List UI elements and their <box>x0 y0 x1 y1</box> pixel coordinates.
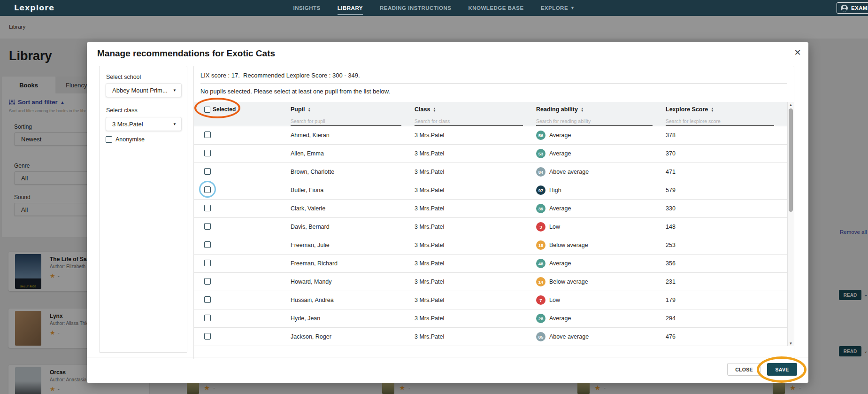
column-header-reading-ability[interactable]: Reading ability ▲▼ <box>536 106 666 113</box>
ability-cell: 85 Above average <box>536 332 666 341</box>
pupil-cell: Hyde, Jean <box>291 315 415 322</box>
school-select[interactable]: Abbey Mount Prim... ▼ <box>106 83 182 97</box>
lexplore-logo[interactable]: Lexplore <box>14 3 54 12</box>
lix-score-text: LIX score : 17. Recommended Lexplore Sco… <box>200 72 360 79</box>
account-button[interactable]: EXAMIN <box>837 2 868 14</box>
scroll-down-icon[interactable]: ▼ <box>788 340 794 346</box>
ability-label: Average <box>549 205 571 212</box>
sort-icon: ▲▼ <box>433 107 436 112</box>
row-checkbox[interactable] <box>204 296 211 303</box>
class-select[interactable]: 3 Mrs.Patel ▼ <box>106 117 182 131</box>
row-checkbox[interactable] <box>204 223 211 230</box>
column-label: Class <box>415 106 430 113</box>
pupil-cell: Davis, Bernard <box>291 224 415 230</box>
table-row: Davis, Bernard 3 Mrs.Patel 3 Low 148 <box>194 218 787 236</box>
ability-label: Low <box>549 224 560 230</box>
table-scrollbar[interactable]: ▲ ▼ <box>787 102 794 346</box>
table-row: Brown, Charlotte 3 Mrs.Patel 84 Above av… <box>194 163 787 181</box>
ability-badge: 53 <box>536 149 545 158</box>
nav-item-explore[interactable]: EXPLORE▼ <box>541 0 575 16</box>
row-checkbox[interactable] <box>204 186 211 193</box>
ability-label: Average <box>549 132 571 139</box>
ability-badge: 84 <box>536 167 545 177</box>
scroll-up-icon[interactable]: ▲ <box>788 102 794 108</box>
score-cell: 476 <box>666 333 787 340</box>
ability-badge: 48 <box>536 259 545 268</box>
column-header-pupil[interactable]: Pupil ▲▼ <box>291 106 415 113</box>
class-cell: 3 Mrs.Patel <box>415 278 536 285</box>
search-pupil-input[interactable] <box>291 117 401 126</box>
column-label: Lexplore Score <box>666 106 708 113</box>
ability-cell: 3 Low <box>536 222 666 232</box>
pupil-cell: Hussain, Andrea <box>291 297 415 303</box>
class-cell: 3 Mrs.Patel <box>415 333 536 340</box>
nav-item-knowledge-base[interactable]: KNOWLEDGE BASE <box>468 0 523 16</box>
table-row: Butler, Fiona 3 Mrs.Patel 97 High 579 <box>194 181 787 200</box>
class-cell: 3 Mrs.Patel <box>415 242 536 248</box>
scrollbar-thumb[interactable] <box>789 108 793 212</box>
ability-badge: 14 <box>536 277 545 286</box>
ability-cell: 18 Below average <box>536 240 666 250</box>
ability-cell: 28 Average <box>536 314 666 323</box>
pupil-cell: Howard, Mandy <box>291 278 415 285</box>
ability-label: Average <box>549 315 571 322</box>
select-class-label: Select class <box>106 107 138 114</box>
class-cell: 3 Mrs.Patel <box>415 260 536 267</box>
pupil-cell: Brown, Charlotte <box>291 169 415 175</box>
table-row: Freeman, Julie 3 Mrs.Patel 18 Below aver… <box>194 236 787 255</box>
school-select-value: Abbey Mount Prim... <box>112 87 168 94</box>
ability-label: Below average <box>549 278 588 285</box>
chevron-down-icon: ▼ <box>570 6 575 10</box>
save-button[interactable]: SAVE <box>767 363 797 376</box>
table-row: Freeman, Richard 3 Mrs.Patel 48 Average … <box>194 255 787 273</box>
row-checkbox[interactable] <box>204 131 211 138</box>
pupil-cell: Allen, Emma <box>291 150 415 157</box>
column-header-class[interactable]: Class ▲▼ <box>415 106 536 113</box>
chevron-down-icon: ▼ <box>173 88 177 93</box>
ability-badge: 3 <box>536 222 545 232</box>
nav-item-insights[interactable]: INSIGHTS <box>293 0 320 16</box>
score-cell: 579 <box>666 187 787 193</box>
sort-icon: ▲▼ <box>581 107 584 112</box>
ability-cell: 7 Low <box>536 295 666 305</box>
row-checkbox[interactable] <box>204 278 211 285</box>
search-class-input[interactable] <box>415 117 523 126</box>
table-row: Clark, Valerie 3 Mrs.Patel 39 Average 33… <box>194 200 787 218</box>
row-checkbox[interactable] <box>204 260 211 266</box>
anonymise-checkbox[interactable] <box>106 136 112 143</box>
close-button[interactable]: CLOSE <box>727 363 761 376</box>
ability-label: Below average <box>549 242 588 248</box>
row-checkbox[interactable] <box>204 168 211 175</box>
pupil-table-body: Ahmed, Kieran 3 Mrs.Patel 56 Average 378… <box>194 126 787 346</box>
row-checkbox[interactable] <box>204 333 211 340</box>
table-row: Allen, Emma 3 Mrs.Patel 53 Average 370 <box>194 145 787 163</box>
modal-side-panel: Select school Abbey Mount Prim... ▼ Sele… <box>99 66 187 353</box>
pupil-table: Selected Pupil ▲▼ Class ▲▼ <box>194 102 787 346</box>
ability-label: Average <box>549 150 571 157</box>
column-header-lexplore-score[interactable]: Lexplore Score ▲▼ <box>666 106 787 113</box>
ability-badge: 39 <box>536 204 545 213</box>
divider <box>87 357 808 357</box>
pupil-cell: Freeman, Richard <box>291 260 415 267</box>
no-pupils-message: No pupils selected. Please select at lea… <box>200 88 390 95</box>
select-all-checkbox[interactable] <box>204 107 210 113</box>
row-checkbox[interactable] <box>204 205 211 211</box>
anonymise-label: Anonymise <box>115 136 145 143</box>
close-icon[interactable]: ✕ <box>792 47 803 58</box>
nav-item-library[interactable]: LIBRARY <box>338 0 363 16</box>
ability-cell: 53 Average <box>536 149 666 158</box>
row-checkbox[interactable] <box>204 241 211 248</box>
row-checkbox[interactable] <box>204 150 211 156</box>
ability-badge: 7 <box>536 295 545 305</box>
pupil-cell: Freeman, Julie <box>291 242 415 248</box>
search-lexplore-score-input[interactable] <box>666 117 774 126</box>
table-row: Howard, Mandy 3 Mrs.Patel 14 Below avera… <box>194 273 787 291</box>
search-reading-ability-input[interactable] <box>536 117 653 126</box>
class-cell: 3 Mrs.Patel <box>415 187 536 193</box>
select-school-label: Select school <box>106 74 141 80</box>
table-row: Hyde, Jean 3 Mrs.Patel 28 Average 294 <box>194 309 787 328</box>
row-checkbox[interactable] <box>204 315 211 321</box>
nav-item-reading-instructions[interactable]: READING INSTRUCTIONS <box>380 0 451 16</box>
class-cell: 3 Mrs.Patel <box>415 224 536 230</box>
nav-links: INSIGHTSLIBRARYREADING INSTRUCTIONSKNOWL… <box>293 0 575 16</box>
